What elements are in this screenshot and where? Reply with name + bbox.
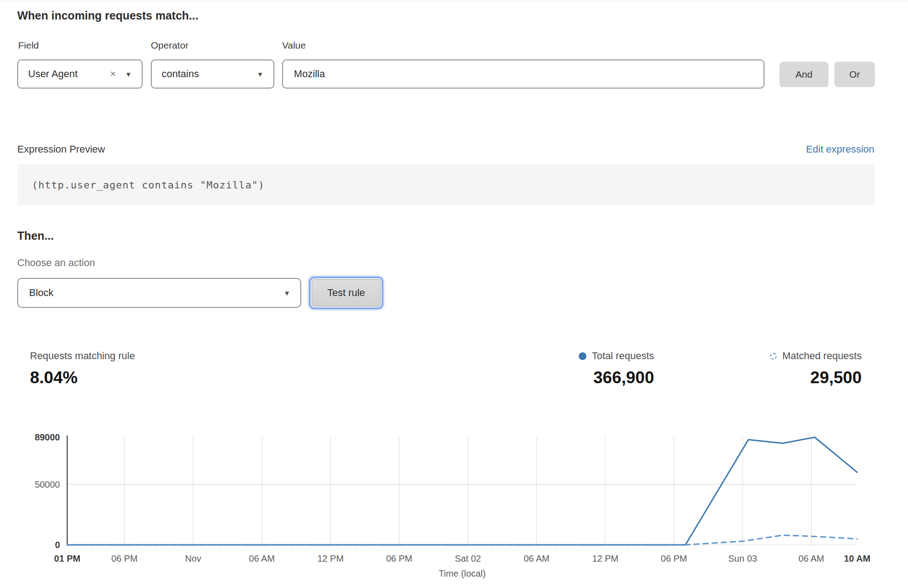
chevron-down-icon: ▼ (125, 71, 132, 78)
chevron-down-icon: ▼ (257, 71, 263, 78)
svg-text:06 PM: 06 PM (661, 553, 687, 563)
total-requests-stat: Total requests 366,900 (579, 350, 654, 387)
svg-text:06 AM: 06 AM (799, 553, 824, 563)
requests-matching-label: Requests matching rule (30, 350, 135, 362)
total-requests-label: Total requests (592, 350, 654, 362)
svg-text:89000: 89000 (35, 432, 60, 442)
action-select-value: Block (18, 287, 283, 299)
svg-text:Time (local): Time (local) (439, 568, 486, 578)
svg-text:0: 0 (55, 540, 60, 550)
svg-text:06 AM: 06 AM (524, 553, 550, 563)
field-select[interactable]: User Agent × ▼ (17, 59, 143, 89)
or-button[interactable]: Or (834, 62, 875, 87)
top-divider (0, 1, 908, 1)
matched-requests-legend-icon (770, 353, 777, 360)
svg-text:Sat 02: Sat 02 (455, 553, 481, 563)
test-rule-button[interactable]: Test rule (312, 279, 381, 306)
requests-matching-value: 8.04% (30, 368, 135, 387)
svg-text:01 PM: 01 PM (54, 553, 80, 563)
requests-matching-stat: Requests matching rule 8.04% (30, 350, 135, 387)
operator-select-value: contains (152, 68, 257, 80)
rule-builder-page: When incoming requests match... Field Op… (0, 0, 908, 588)
expression-code: (http.user_agent contains "Mozilla") (17, 179, 265, 191)
total-requests-legend-icon (579, 352, 586, 360)
match-heading: When incoming requests match... (17, 9, 198, 22)
and-button[interactable]: And (779, 62, 829, 87)
operator-label: Operator (151, 40, 189, 51)
action-select[interactable]: Block ▼ (17, 278, 301, 308)
requests-time-series-chart: 0500008900001 PM06 PMNov06 AM12 PM06 PMS… (0, 422, 908, 588)
svg-text:Nov: Nov (185, 553, 201, 563)
svg-text:Sun 03: Sun 03 (728, 553, 757, 563)
svg-text:12 PM: 12 PM (318, 553, 344, 563)
field-select-value: User Agent (18, 68, 110, 80)
field-label: Field (18, 40, 39, 51)
svg-text:06 PM: 06 PM (386, 553, 412, 563)
value-label: Value (282, 40, 306, 51)
svg-text:10 AM: 10 AM (844, 553, 870, 563)
matched-requests-value: 29,500 (810, 368, 862, 387)
svg-text:06 AM: 06 AM (249, 553, 275, 563)
total-requests-value: 366,900 (593, 368, 654, 387)
svg-text:50000: 50000 (35, 479, 60, 489)
expression-code-box: (http.user_agent contains "Mozilla") (17, 164, 874, 205)
expression-preview-label: Expression Preview (17, 143, 105, 155)
then-heading: Then... (17, 229, 54, 242)
clear-field-icon[interactable]: × (110, 69, 116, 79)
svg-text:12 PM: 12 PM (592, 553, 619, 563)
chevron-down-icon: ▼ (283, 290, 290, 296)
svg-text:06 PM: 06 PM (111, 553, 138, 563)
operator-select[interactable]: contains ▼ (151, 59, 274, 89)
matched-requests-label: Matched requests (782, 350, 862, 362)
choose-action-label: Choose an action (17, 257, 95, 269)
value-input[interactable] (282, 59, 764, 89)
edit-expression-link[interactable]: Edit expression (806, 143, 874, 155)
matched-requests-stat: Matched requests 29,500 (770, 350, 862, 387)
